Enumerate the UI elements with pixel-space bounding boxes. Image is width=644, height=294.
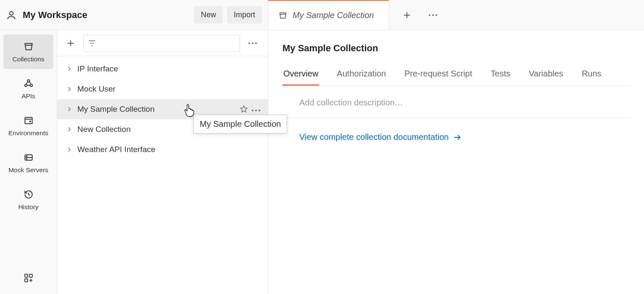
chevron-right-icon[interactable] xyxy=(66,86,72,92)
svg-rect-10 xyxy=(29,274,32,277)
svg-point-8 xyxy=(26,158,27,159)
svg-point-1 xyxy=(27,80,29,82)
svg-point-5 xyxy=(29,121,30,122)
environments-icon xyxy=(23,115,34,126)
tab-title: My Sample Collection xyxy=(293,10,374,20)
collection-item[interactable]: Weather API Interface xyxy=(57,139,268,160)
rail-item-mock-servers[interactable]: Mock Servers xyxy=(3,145,53,180)
svg-point-3 xyxy=(30,84,32,87)
rail-item-apis[interactable]: APIs xyxy=(3,71,53,106)
svg-point-2 xyxy=(24,84,26,87)
filter-input[interactable] xyxy=(83,35,240,52)
arrow-right-icon xyxy=(453,133,462,142)
svg-rect-4 xyxy=(25,117,32,123)
workspace-header: My Workspace New Import xyxy=(0,0,268,30)
collection-name: IP Interface xyxy=(77,64,118,74)
row-more-button[interactable] xyxy=(252,105,260,113)
workspace-title[interactable]: My Workspace xyxy=(23,10,87,21)
collection-item[interactable]: New Collection xyxy=(57,119,268,139)
subtab-pre-request[interactable]: Pre-request Script xyxy=(404,65,473,86)
collections-tree: IP Interface Mock User My Sample Collect… xyxy=(57,56,268,160)
rail-label: Environments xyxy=(8,129,48,137)
rail-item-history[interactable]: History xyxy=(3,182,53,217)
favorite-star-icon[interactable] xyxy=(239,105,248,114)
rail-label: Collections xyxy=(13,55,45,63)
collections-list-pane: IP Interface Mock User My Sample Collect… xyxy=(57,30,268,294)
chevron-right-icon[interactable] xyxy=(66,106,72,112)
sidebar-rail: Collections APIs Environments xyxy=(0,30,57,294)
subtab-runs[interactable]: Runs xyxy=(581,65,602,86)
svg-point-0 xyxy=(10,11,13,15)
add-collection-button[interactable] xyxy=(62,35,79,52)
import-button[interactable]: Import xyxy=(227,6,262,24)
rail-label: Mock Servers xyxy=(8,166,48,174)
view-documentation-link[interactable]: View complete collection documentation xyxy=(299,132,462,142)
rail-label: History xyxy=(18,203,38,211)
collection-icon xyxy=(23,41,34,52)
chevron-right-icon[interactable] xyxy=(66,126,72,132)
collection-item[interactable]: My Sample Collection xyxy=(57,99,268,119)
user-icon[interactable] xyxy=(6,10,17,21)
new-button[interactable]: New xyxy=(194,6,223,24)
collection-item[interactable]: Mock User xyxy=(57,79,268,99)
add-element-icon[interactable] xyxy=(20,270,37,286)
tabs-more-button[interactable] xyxy=(425,7,441,24)
svg-rect-11 xyxy=(25,279,28,282)
more-icon xyxy=(429,14,437,16)
list-more-button[interactable] xyxy=(244,35,261,52)
tab-active[interactable]: My Sample Collection xyxy=(268,0,389,30)
collection-name: My Sample Collection xyxy=(77,105,155,114)
collection-name: Weather API Interface xyxy=(77,145,156,154)
collection-name: Mock User xyxy=(77,84,116,94)
doc-link-text: View complete collection documentation xyxy=(299,132,449,142)
filter-icon xyxy=(88,39,96,47)
mock-servers-icon xyxy=(23,152,34,163)
description-placeholder[interactable]: Add collection description… xyxy=(299,98,403,107)
chevron-right-icon[interactable] xyxy=(66,147,72,152)
apis-icon xyxy=(23,78,34,89)
collection-name: New Collection xyxy=(77,125,131,134)
rail-item-environments[interactable]: Environments xyxy=(3,108,53,143)
collection-title[interactable]: My Sample Collection xyxy=(282,43,630,54)
history-icon xyxy=(23,189,34,200)
more-icon xyxy=(252,110,260,111)
collection-icon xyxy=(278,11,288,20)
chevron-right-icon[interactable] xyxy=(66,66,72,72)
subtab-tests[interactable]: Tests xyxy=(490,65,511,86)
subtab-authorization[interactable]: Authorization xyxy=(336,65,387,86)
detail-tabs: Overview Authorization Pre-request Scrip… xyxy=(282,65,630,86)
rail-label: APIs xyxy=(21,92,35,100)
subtab-variables[interactable]: Variables xyxy=(528,65,564,86)
new-tab-button[interactable] xyxy=(399,7,415,24)
svg-rect-9 xyxy=(25,274,28,277)
svg-point-7 xyxy=(26,156,27,157)
subtab-overview[interactable]: Overview xyxy=(282,65,319,86)
tab-strip: My Sample Collection xyxy=(268,0,644,30)
rail-item-collections[interactable]: Collections xyxy=(3,34,53,69)
collection-item[interactable]: IP Interface xyxy=(57,59,268,79)
more-icon xyxy=(248,42,257,44)
